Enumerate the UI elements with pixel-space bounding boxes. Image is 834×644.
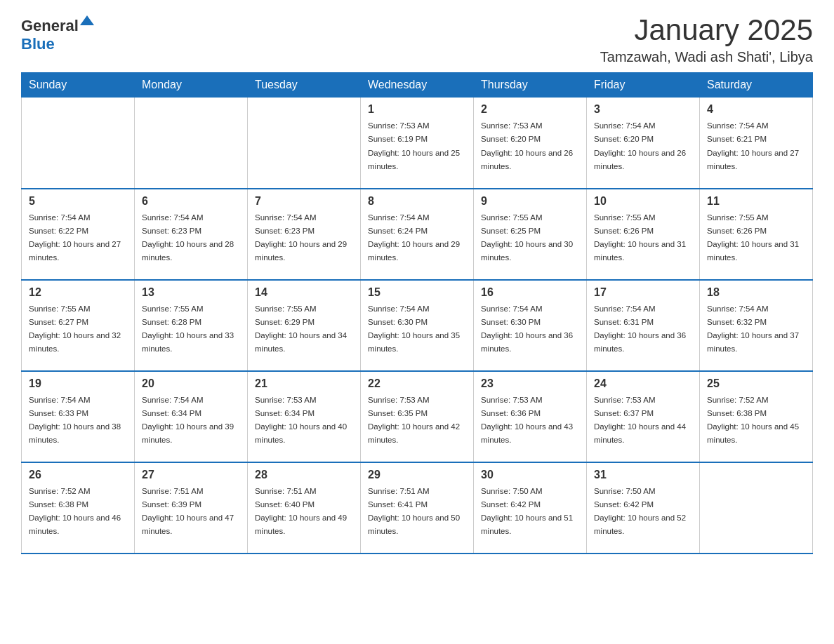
day-info: Sunrise: 7:54 AMSunset: 6:30 PMDaylight:… [368, 304, 460, 354]
calendar-week-5: 26 Sunrise: 7:52 AMSunset: 6:38 PMDaylig… [22, 462, 813, 554]
calendar-week-1: 1 Sunrise: 7:53 AMSunset: 6:19 PMDayligh… [22, 98, 813, 189]
calendar-cell-1-3 [248, 98, 361, 189]
day-number: 30 [481, 469, 579, 481]
header-thursday: Thursday [474, 73, 587, 98]
calendar-cell-5-5: 30 Sunrise: 7:50 AMSunset: 6:42 PMDaylig… [474, 462, 587, 554]
calendar-week-3: 12 Sunrise: 7:55 AMSunset: 6:27 PMDaylig… [22, 280, 813, 371]
day-info: Sunrise: 7:50 AMSunset: 6:42 PMDaylight:… [594, 487, 686, 536]
calendar-cell-4-5: 23 Sunrise: 7:53 AMSunset: 6:36 PMDaylig… [474, 371, 587, 462]
calendar-cell-4-4: 22 Sunrise: 7:53 AMSunset: 6:35 PMDaylig… [361, 371, 474, 462]
day-info: Sunrise: 7:53 AMSunset: 6:19 PMDaylight:… [368, 121, 460, 170]
day-info: Sunrise: 7:54 AMSunset: 6:34 PMDaylight:… [142, 396, 234, 445]
header-wednesday: Wednesday [361, 73, 474, 98]
day-number: 29 [368, 469, 466, 481]
day-number: 15 [368, 286, 466, 299]
day-number: 9 [481, 195, 579, 208]
calendar-cell-3-5: 16 Sunrise: 7:54 AMSunset: 6:30 PMDaylig… [474, 280, 587, 371]
day-info: Sunrise: 7:54 AMSunset: 6:21 PMDaylight:… [707, 121, 799, 170]
day-number: 12 [29, 286, 127, 299]
weekday-header-row: Sunday Monday Tuesday Wednesday Thursday… [22, 73, 813, 98]
calendar-cell-5-2: 27 Sunrise: 7:51 AMSunset: 6:39 PMDaylig… [135, 462, 248, 554]
day-number: 13 [142, 286, 240, 299]
day-info: Sunrise: 7:53 AMSunset: 6:35 PMDaylight:… [368, 396, 460, 445]
day-info: Sunrise: 7:53 AMSunset: 6:36 PMDaylight:… [481, 396, 573, 445]
day-number: 5 [29, 195, 127, 208]
day-info: Sunrise: 7:54 AMSunset: 6:23 PMDaylight:… [142, 213, 234, 262]
day-number: 22 [368, 377, 466, 390]
calendar-cell-2-2: 6 Sunrise: 7:54 AMSunset: 6:23 PMDayligh… [135, 189, 248, 280]
calendar-cell-4-6: 24 Sunrise: 7:53 AMSunset: 6:37 PMDaylig… [587, 371, 700, 462]
calendar-week-4: 19 Sunrise: 7:54 AMSunset: 6:33 PMDaylig… [22, 371, 813, 462]
day-number: 17 [594, 286, 692, 299]
calendar-title: January 2025 [600, 14, 813, 46]
day-number: 6 [142, 195, 240, 208]
title-section: January 2025 Tamzawah, Wadi ash Shati', … [600, 14, 813, 65]
calendar-table: Sunday Monday Tuesday Wednesday Thursday… [21, 72, 813, 554]
calendar-cell-5-4: 29 Sunrise: 7:51 AMSunset: 6:41 PMDaylig… [361, 462, 474, 554]
calendar-cell-1-6: 3 Sunrise: 7:54 AMSunset: 6:20 PMDayligh… [587, 98, 700, 189]
header-saturday: Saturday [700, 73, 813, 98]
calendar-cell-1-2 [135, 98, 248, 189]
day-info: Sunrise: 7:55 AMSunset: 6:25 PMDaylight:… [481, 213, 573, 262]
day-info: Sunrise: 7:55 AMSunset: 6:26 PMDaylight:… [707, 213, 799, 262]
calendar-cell-3-7: 18 Sunrise: 7:54 AMSunset: 6:32 PMDaylig… [700, 280, 813, 371]
day-number: 14 [255, 286, 353, 299]
day-info: Sunrise: 7:54 AMSunset: 6:20 PMDaylight:… [594, 121, 686, 170]
day-number: 26 [29, 469, 127, 481]
day-number: 20 [142, 377, 240, 390]
day-number: 16 [481, 286, 579, 299]
day-info: Sunrise: 7:55 AMSunset: 6:29 PMDaylight:… [255, 304, 347, 354]
calendar-subtitle: Tamzawah, Wadi ash Shati', Libya [600, 49, 813, 65]
day-info: Sunrise: 7:51 AMSunset: 6:41 PMDaylight:… [368, 487, 460, 536]
day-number: 2 [481, 103, 579, 116]
calendar-cell-4-2: 20 Sunrise: 7:54 AMSunset: 6:34 PMDaylig… [135, 371, 248, 462]
calendar-cell-2-3: 7 Sunrise: 7:54 AMSunset: 6:23 PMDayligh… [248, 189, 361, 280]
day-info: Sunrise: 7:54 AMSunset: 6:24 PMDaylight:… [368, 213, 460, 262]
calendar-cell-1-5: 2 Sunrise: 7:53 AMSunset: 6:20 PMDayligh… [474, 98, 587, 189]
logo-text: General Blue [21, 14, 95, 53]
calendar-cell-5-7 [700, 462, 813, 554]
day-info: Sunrise: 7:53 AMSunset: 6:34 PMDaylight:… [255, 396, 347, 445]
day-info: Sunrise: 7:54 AMSunset: 6:22 PMDaylight:… [29, 213, 121, 262]
day-number: 18 [707, 286, 805, 299]
day-info: Sunrise: 7:54 AMSunset: 6:30 PMDaylight:… [481, 304, 573, 354]
day-number: 23 [481, 377, 579, 390]
day-info: Sunrise: 7:54 AMSunset: 6:32 PMDaylight:… [707, 304, 799, 354]
day-number: 1 [368, 103, 466, 116]
logo: General Blue [21, 14, 95, 53]
calendar-cell-5-1: 26 Sunrise: 7:52 AMSunset: 6:38 PMDaylig… [22, 462, 135, 554]
day-number: 28 [255, 469, 353, 481]
logo-blue: Blue [21, 35, 55, 53]
day-number: 7 [255, 195, 353, 208]
day-number: 21 [255, 377, 353, 390]
day-info: Sunrise: 7:53 AMSunset: 6:37 PMDaylight:… [594, 396, 686, 445]
calendar-cell-2-7: 11 Sunrise: 7:55 AMSunset: 6:26 PMDaylig… [700, 189, 813, 280]
day-number: 11 [707, 195, 805, 208]
day-info: Sunrise: 7:55 AMSunset: 6:28 PMDaylight:… [142, 304, 234, 354]
header-tuesday: Tuesday [248, 73, 361, 98]
calendar-cell-4-1: 19 Sunrise: 7:54 AMSunset: 6:33 PMDaylig… [22, 371, 135, 462]
calendar-cell-3-3: 14 Sunrise: 7:55 AMSunset: 6:29 PMDaylig… [248, 280, 361, 371]
header-friday: Friday [587, 73, 700, 98]
day-info: Sunrise: 7:51 AMSunset: 6:39 PMDaylight:… [142, 487, 234, 536]
calendar-cell-4-7: 25 Sunrise: 7:52 AMSunset: 6:38 PMDaylig… [700, 371, 813, 462]
logo-general: General [21, 17, 79, 34]
calendar-cell-3-6: 17 Sunrise: 7:54 AMSunset: 6:31 PMDaylig… [587, 280, 700, 371]
calendar-cell-2-5: 9 Sunrise: 7:55 AMSunset: 6:25 PMDayligh… [474, 189, 587, 280]
day-number: 31 [594, 469, 692, 481]
calendar-cell-2-4: 8 Sunrise: 7:54 AMSunset: 6:24 PMDayligh… [361, 189, 474, 280]
calendar-cell-2-6: 10 Sunrise: 7:55 AMSunset: 6:26 PMDaylig… [587, 189, 700, 280]
day-info: Sunrise: 7:51 AMSunset: 6:40 PMDaylight:… [255, 487, 347, 536]
calendar-week-2: 5 Sunrise: 7:54 AMSunset: 6:22 PMDayligh… [22, 189, 813, 280]
day-number: 3 [594, 103, 692, 116]
calendar-cell-3-4: 15 Sunrise: 7:54 AMSunset: 6:30 PMDaylig… [361, 280, 474, 371]
day-number: 27 [142, 469, 240, 481]
day-number: 4 [707, 103, 805, 116]
calendar-cell-5-6: 31 Sunrise: 7:50 AMSunset: 6:42 PMDaylig… [587, 462, 700, 554]
header-monday: Monday [135, 73, 248, 98]
day-info: Sunrise: 7:55 AMSunset: 6:27 PMDaylight:… [29, 304, 121, 354]
day-info: Sunrise: 7:54 AMSunset: 6:23 PMDaylight:… [255, 213, 347, 262]
day-info: Sunrise: 7:54 AMSunset: 6:31 PMDaylight:… [594, 304, 686, 354]
day-info: Sunrise: 7:54 AMSunset: 6:33 PMDaylight:… [29, 396, 121, 445]
day-number: 8 [368, 195, 466, 208]
